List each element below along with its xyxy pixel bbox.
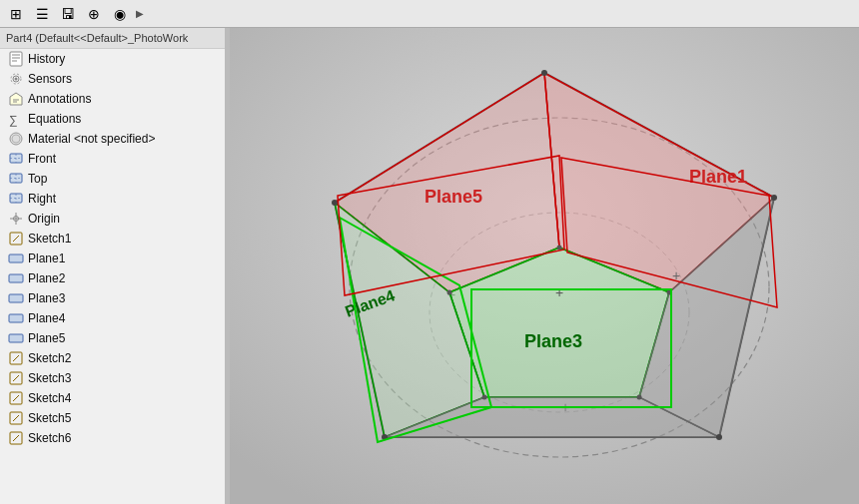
save-button[interactable]: 🖫 <box>56 3 80 25</box>
plane2-icon <box>8 270 24 286</box>
sketch6-icon <box>8 430 24 446</box>
tree-item-plane4[interactable]: Plane4 <box>0 308 229 328</box>
sketch4-icon <box>8 390 24 406</box>
right-plane-icon <box>8 191 24 207</box>
plane4-icon <box>8 310 24 326</box>
svg-marker-7 <box>10 93 22 105</box>
tree-item-plane3[interactable]: Plane3 <box>0 288 229 308</box>
tree-item-plane2[interactable]: Plane2 <box>0 268 229 288</box>
plane1-viewport-label: Plane1 <box>689 167 747 187</box>
equations-label: Equations <box>28 112 81 126</box>
tree-item-sketch6[interactable]: Sketch6 <box>0 428 229 448</box>
origin-icon <box>8 211 24 227</box>
material-label: Material <not specified> <box>28 132 155 146</box>
tree-item-sensors[interactable]: Sensors <box>0 69 229 89</box>
tree-item-history[interactable]: History <box>0 49 229 69</box>
svg-line-25 <box>13 236 19 242</box>
origin-label: Origin <box>28 212 60 226</box>
tree-item-material[interactable]: Material <not specified> <box>0 129 229 149</box>
plane1-label: Plane1 <box>28 252 65 265</box>
tree-item-right[interactable]: Right <box>0 189 229 209</box>
part-name-text: Part4 (Default<<Default>_PhotoWork <box>6 32 188 44</box>
svg-point-70 <box>447 290 452 295</box>
sketch6-label: Sketch6 <box>28 431 71 445</box>
tree-item-top[interactable]: Top <box>0 169 229 189</box>
plane1-icon <box>8 251 24 266</box>
color-button[interactable]: ◉ <box>108 3 132 25</box>
main-content: Part4 (Default<<Default>_PhotoWork Histo… <box>0 28 859 504</box>
top-plane-icon <box>8 171 24 187</box>
feature-tree-list: History Sensors <box>0 49 229 504</box>
plane3-icon <box>8 290 24 306</box>
plane5-viewport-label: Plane5 <box>425 187 482 207</box>
svg-text:+: + <box>555 284 563 300</box>
right-label: Right <box>28 192 56 206</box>
svg-rect-0 <box>10 52 22 66</box>
plane3-viewport-label: Plane3 <box>524 331 582 351</box>
svg-line-38 <box>13 415 19 421</box>
svg-rect-29 <box>9 314 23 322</box>
svg-point-6 <box>15 78 18 81</box>
3d-viewport[interactable]: Plane1 + Plane5 + Plane3 + + Plane4 <box>230 28 859 504</box>
equations-icon: ∑ <box>8 111 24 127</box>
tree-item-sketch1[interactable]: Sketch1 <box>0 229 229 249</box>
grid-button[interactable]: ⊞ <box>4 3 28 25</box>
svg-point-66 <box>557 246 562 251</box>
toolbar-expand-arrow[interactable]: ▶ <box>134 8 146 19</box>
svg-line-40 <box>13 435 19 441</box>
sketch2-label: Sketch2 <box>28 351 71 365</box>
top-label: Top <box>28 172 47 186</box>
tree-item-plane5[interactable]: Plane5 <box>0 328 229 348</box>
3d-scene-svg: Plane1 + Plane5 + Plane3 + + Plane4 <box>230 28 859 504</box>
tree-item-plane1[interactable]: Plane1 <box>0 249 229 268</box>
svg-line-32 <box>13 355 19 361</box>
tree-item-origin[interactable]: Origin <box>0 209 229 229</box>
feature-tree-sidebar: Part4 (Default<<Default>_PhotoWork Histo… <box>0 28 230 504</box>
sidebar-resize-handle[interactable] <box>225 28 229 504</box>
part-name-header: Part4 (Default<<Default>_PhotoWork <box>0 28 229 49</box>
plane3-label: Plane3 <box>28 291 65 305</box>
sensors-label: Sensors <box>28 72 72 86</box>
tree-item-sketch3[interactable]: Sketch3 <box>0 368 229 388</box>
svg-rect-28 <box>9 294 23 302</box>
svg-point-63 <box>716 434 722 440</box>
tree-item-sketch4[interactable]: Sketch4 <box>0 388 229 408</box>
history-label: History <box>28 52 65 66</box>
plane2-label: Plane2 <box>28 271 65 285</box>
sketch5-label: Sketch5 <box>28 411 71 425</box>
tree-item-front[interactable]: Front <box>0 149 229 169</box>
svg-line-36 <box>13 395 19 401</box>
list-button[interactable]: ☰ <box>30 3 54 25</box>
svg-point-68 <box>637 395 642 400</box>
svg-point-69 <box>482 395 487 400</box>
annotations-icon <box>8 91 24 107</box>
svg-point-62 <box>771 195 777 201</box>
target-button[interactable]: ⊕ <box>82 3 106 25</box>
svg-text:∑: ∑ <box>9 113 18 127</box>
history-icon <box>8 51 24 67</box>
material-icon <box>8 131 24 147</box>
plane5-icon <box>8 330 24 346</box>
svg-line-34 <box>13 375 19 381</box>
tree-item-sketch2[interactable]: Sketch2 <box>0 348 229 368</box>
svg-rect-30 <box>9 334 23 342</box>
sketch3-icon <box>8 370 24 386</box>
sketch1-label: Sketch1 <box>28 232 71 246</box>
sketch5-icon <box>8 410 24 426</box>
tree-item-annotations[interactable]: Annotations <box>0 89 229 109</box>
sketch4-label: Sketch4 <box>28 391 71 405</box>
svg-rect-26 <box>9 254 23 262</box>
tree-item-equations[interactable]: ∑ Equations <box>0 109 229 129</box>
sketch2-icon <box>8 350 24 366</box>
toolbar: ⊞ ☰ 🖫 ⊕ ◉ ▶ <box>0 0 859 28</box>
tree-item-sketch5[interactable]: Sketch5 <box>0 408 229 428</box>
sketch3-label: Sketch3 <box>28 371 71 385</box>
plane4-label: Plane4 <box>28 311 65 325</box>
front-plane-icon <box>8 151 24 167</box>
svg-point-65 <box>332 200 338 206</box>
plane5-label: Plane5 <box>28 331 65 345</box>
front-label: Front <box>28 152 56 166</box>
svg-rect-27 <box>9 274 23 282</box>
svg-point-61 <box>541 70 547 76</box>
sensors-icon <box>8 71 24 87</box>
